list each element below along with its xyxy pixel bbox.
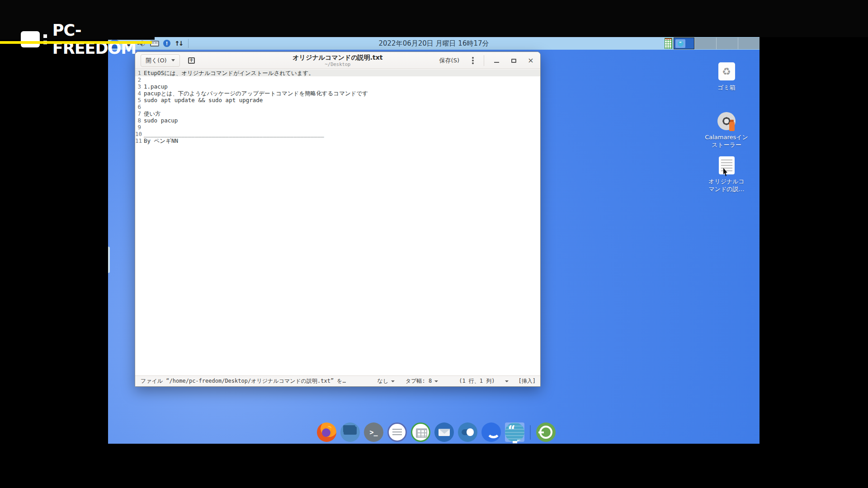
workspace-4[interactable] [738, 38, 760, 49]
notification-icon[interactable] [163, 40, 170, 47]
libreoffice-calc-icon [411, 422, 430, 442]
logo-display-icon [21, 31, 40, 47]
editor-line: 6 [135, 103, 540, 110]
recycle-symbol-icon: ♻ [722, 66, 731, 77]
dock-item-settings[interactable] [458, 422, 477, 442]
insert-mode-label: [挿入] [519, 377, 536, 385]
calamares-label-line2: ストーラー [699, 141, 754, 149]
workspace-switcher: “ [665, 38, 760, 49]
panel-clock: 2022年06月20日 月曜日 16時17分 [378, 39, 489, 48]
trash-icon: ♻ [718, 62, 735, 80]
logo: PC-FREEDOM [21, 21, 155, 57]
cursor-position-label: (1 行、1 列) [459, 377, 495, 385]
dock-item-file-manager[interactable] [340, 422, 360, 442]
line-text: EtupOSには、オリジナルコマンドがインストールされています。 [142, 70, 314, 76]
editor-line: 4pacupとは、下のようなパッケージのアップデートコマンドを簡略化するコマンド… [135, 90, 540, 97]
workspace-3[interactable] [716, 38, 738, 49]
close-icon: × [528, 57, 533, 64]
editor-line: 11By ペンギNN [135, 137, 540, 144]
line-number: 3 [135, 83, 142, 90]
line-text [142, 103, 144, 110]
highlight-mode-dropdown[interactable]: なし [377, 377, 395, 385]
line-number: 10 [135, 131, 142, 137]
logo-box: PC-FREEDOM [0, 0, 155, 40]
save-button[interactable]: 保存(S) [437, 55, 462, 66]
new-tab-icon[interactable] [188, 57, 195, 64]
spreadsheet-tray-icon[interactable] [665, 38, 672, 49]
line-number: 8 [135, 117, 142, 124]
dock: “ „ [317, 422, 556, 442]
chevron-down-icon [434, 380, 438, 382]
headerbar-separator [484, 55, 484, 66]
minimize-icon [494, 62, 499, 63]
dock-item-calc[interactable] [411, 422, 430, 442]
text-file-icon [719, 156, 735, 174]
dock-item-writer[interactable] [387, 422, 407, 442]
firefox-icon [317, 422, 336, 442]
editor-line: 1EtupOSには、オリジナルコマンドがインストールされています。 [135, 70, 540, 76]
maximize-button[interactable] [509, 56, 519, 66]
insert-mode[interactable]: [挿入] [519, 377, 536, 385]
statusbar: ファイル “/home/pc-freedom/Desktop/オリジナルコマンド… [135, 375, 540, 386]
dock-item-software[interactable] [481, 422, 501, 442]
editor-line: 10______________________________________… [135, 131, 540, 137]
window-subtitle: ~/Desktop [243, 61, 433, 67]
maximize-icon [511, 59, 516, 63]
chevron-down-icon [505, 380, 509, 382]
desktop-icon-trash[interactable]: ♻ ゴミ箱 [699, 62, 754, 91]
quote-glyph: “ [508, 423, 515, 437]
desktop-icon-calamares[interactable]: Calamaresイン ストーラー [699, 112, 754, 149]
editor-line: 31.pacup [135, 83, 540, 90]
settings-toggle-icon [458, 422, 477, 442]
usb-stick-icon [729, 122, 735, 131]
dock-separator [530, 425, 531, 440]
editor-line: 5sudo apt update && sudo apt upgrade [135, 97, 540, 103]
calamares-installer-icon [717, 112, 736, 130]
libreoffice-writer-icon [387, 422, 407, 442]
highlight-mode-label: なし [377, 377, 388, 385]
logout-icon [536, 422, 556, 442]
dock-item-text-editor[interactable]: “ „ [505, 422, 524, 442]
desktop[interactable]: ↑↓ 2022年06月20日 月曜日 16時17分 “ [108, 37, 760, 444]
line-number: 6 [135, 103, 142, 110]
textfile-label-line2: マンドの説… [699, 185, 754, 193]
text-editor-icon: “ „ [505, 422, 524, 442]
line-number: 1 [135, 70, 142, 76]
editor-line: 2 [135, 76, 540, 83]
line-text: 使い方 [142, 110, 161, 117]
headerbar[interactable]: 開く(O) オリジナルコマンドの説明.txt ~/Desktop 保存(S) × [135, 52, 540, 69]
status-message: ファイル “/home/pc-freedom/Desktop/オリジナルコマンド… [141, 377, 377, 385]
headerbar-right: 保存(S) × [437, 52, 536, 69]
workspace-2[interactable] [694, 38, 716, 49]
panel-separator [188, 39, 189, 48]
dock-item-firefox[interactable] [317, 422, 336, 442]
menu-kebab-icon[interactable] [472, 57, 474, 64]
mini-gedit-icon: “ [678, 41, 684, 47]
editor-line: 8sudo pacup [135, 117, 540, 124]
close-button[interactable]: × [526, 56, 536, 66]
minimize-button[interactable] [491, 56, 501, 66]
tab-width-dropdown[interactable]: タブ幅: 8 [406, 377, 438, 385]
desktop-icon-textfile[interactable]: オリジナルコ マンドの説… [699, 156, 754, 193]
line-text: 1.pacup [142, 83, 168, 90]
line-number: 2 [135, 76, 142, 83]
line-number: 7 [135, 110, 142, 117]
dock-item-thunderbird[interactable] [434, 422, 454, 442]
line-number: 4 [135, 90, 142, 97]
dock-item-logout[interactable] [536, 422, 556, 442]
line-text: sudo pacup [142, 117, 178, 124]
network-arrows-icon[interactable]: ↑↓ [175, 40, 182, 47]
editor-line: 9 [135, 124, 540, 131]
dock-item-terminal[interactable] [364, 422, 383, 442]
trash-label: ゴミ箱 [699, 84, 754, 91]
workspace-1[interactable]: “ [674, 38, 694, 49]
line-text [142, 124, 144, 131]
text-editor-area[interactable]: 1EtupOSには、オリジナルコマンドがインストールされています。 2 31.p… [135, 69, 540, 375]
thunderbird-icon [434, 422, 454, 442]
logo-text: PC-FREEDOM [52, 21, 155, 57]
hidden-panel-handle[interactable] [108, 247, 110, 273]
goto-line-dropdown[interactable] [505, 380, 509, 382]
line-text: pacupとは、下のようなパッケージのアップデートコマンドを簡略化するコマンドで… [142, 90, 368, 97]
window-title: オリジナルコマンドの説明.txt [243, 54, 433, 61]
textfile-label-line1: オリジナルコ [699, 178, 754, 185]
